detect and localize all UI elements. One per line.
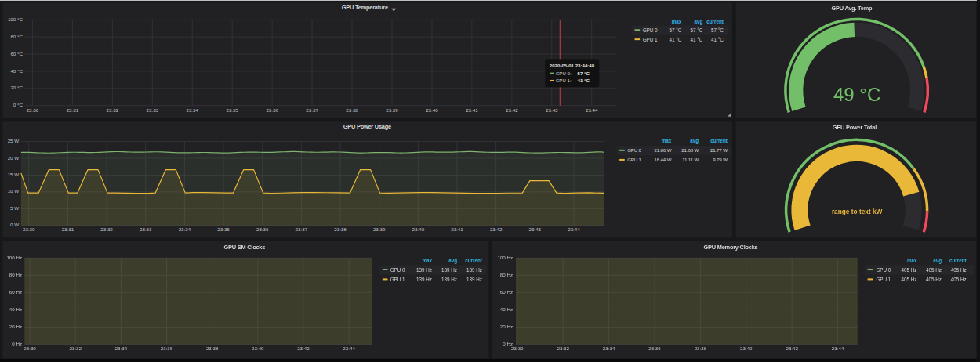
svg-text:GPU Memory Clocks: GPU Memory Clocks [704,244,758,251]
svg-text:10 W: 10 W [7,188,19,194]
svg-text:139 Hz: 139 Hz [441,277,457,282]
svg-text:49 °C: 49 °C [833,84,880,105]
svg-text:23:44: 23:44 [343,346,355,351]
svg-text:current: current [949,258,967,263]
svg-text:23:35: 23:35 [226,107,238,112]
svg-text:100 Hz: 100 Hz [6,255,22,260]
svg-text:23:43: 23:43 [528,226,541,232]
svg-text:avg: avg [694,19,702,25]
svg-text:25 W: 25 W [7,138,19,143]
svg-text:23:44: 23:44 [586,107,598,112]
svg-text:23:43: 23:43 [546,107,558,112]
svg-text:20 °C: 20 °C [10,85,23,90]
svg-text:23:30: 23:30 [23,226,35,232]
svg-text:60 Hz: 60 Hz [9,289,22,295]
svg-text:GPU 0: GPU 0 [876,267,891,273]
svg-text:GPU 1: GPU 1 [390,277,405,282]
svg-text:57 °C: 57 °C [577,71,590,76]
svg-text:40 Hz: 40 Hz [9,306,22,312]
svg-text:20 Hz: 20 Hz [9,324,22,329]
svg-text:100 °C: 100 °C [8,16,24,22]
svg-text:0 Hz: 0 Hz [12,341,22,346]
svg-text:23:34: 23:34 [178,226,191,232]
svg-text:23:38: 23:38 [334,226,347,232]
svg-text:range to text kW: range to text kW [832,208,883,215]
svg-text:23:42: 23:42 [490,226,503,232]
svg-text:23:30: 23:30 [26,107,38,112]
svg-text:20 W: 20 W [7,154,19,160]
svg-text:GPU 0: GPU 0 [627,147,641,153]
svg-text:139 Hz: 139 Hz [466,277,482,282]
svg-text:139 Hz: 139 Hz [441,267,457,273]
svg-text:23:44: 23:44 [832,346,844,351]
svg-text:40 Hz: 40 Hz [500,306,513,312]
svg-text:57 °C: 57 °C [711,27,724,32]
svg-text:23:40: 23:40 [426,107,438,112]
svg-text:23:35: 23:35 [217,226,230,232]
svg-text:5 W: 5 W [10,205,19,211]
svg-text:23:41: 23:41 [466,107,478,112]
svg-text:GPU Power Usage: GPU Power Usage [343,123,390,130]
svg-text:23:42: 23:42 [297,346,310,351]
svg-text:GPU Temperature: GPU Temperature [342,3,388,10]
svg-text:40 °C: 40 °C [10,67,23,73]
svg-text:23:32: 23:32 [69,346,82,351]
svg-text:11.11 W: 11.11 W [682,157,699,162]
svg-text:current: current [710,138,728,143]
svg-text:23:32: 23:32 [106,107,118,112]
svg-text:23:30: 23:30 [24,346,36,351]
svg-text:0 W: 0 W [10,222,19,227]
svg-text:20 Hz: 20 Hz [500,324,513,329]
svg-text:23:31: 23:31 [61,226,74,232]
svg-text:41 °C: 41 °C [690,36,702,42]
svg-text:23:34: 23:34 [114,346,127,351]
svg-text:23:38: 23:38 [695,346,707,351]
svg-text:15 W: 15 W [7,172,19,177]
svg-text:21.68 W: 21.68 W [681,147,699,153]
svg-text:139 Hz: 139 Hz [416,267,432,273]
svg-text:60 Hz: 60 Hz [500,289,513,295]
svg-text:23:42: 23:42 [506,107,518,112]
svg-text:16.44 W: 16.44 W [654,157,671,162]
svg-text:max: max [671,19,681,24]
svg-text:100 Hz: 100 Hz [497,255,513,260]
svg-text:139 Hz: 139 Hz [466,267,482,273]
svg-text:9.79 W: 9.79 W [713,157,728,162]
svg-text:23:34: 23:34 [603,346,615,351]
svg-text:405 Hz: 405 Hz [951,267,967,273]
svg-text:405 Hz: 405 Hz [951,277,967,282]
svg-text:23:42: 23:42 [786,346,798,351]
svg-text:23:31: 23:31 [66,107,78,112]
svg-text:GPU Power Total: GPU Power Total [833,123,877,130]
svg-text:23:36: 23:36 [648,346,661,351]
svg-text:GPU 1: GPU 1 [876,277,891,282]
svg-text:GPU 1:: GPU 1: [555,78,571,83]
svg-text:80 °C: 80 °C [10,33,23,38]
svg-text:21.86 W: 21.86 W [654,147,671,153]
svg-text:23:44: 23:44 [568,226,580,232]
svg-text:23:36: 23:36 [160,346,172,351]
svg-text:current: current [465,258,483,263]
svg-text:GPU 0:: GPU 0: [555,71,571,76]
svg-text:23:33: 23:33 [146,107,158,112]
svg-text:GPU Avg. Temp: GPU Avg. Temp [831,4,873,11]
svg-text:23:41: 23:41 [451,226,463,232]
svg-text:23:37: 23:37 [295,226,307,232]
svg-text:23:33: 23:33 [140,226,152,232]
svg-text:0 °C: 0 °C [13,102,23,107]
svg-text:GPU SM Clocks: GPU SM Clocks [223,244,265,251]
svg-text:80 Hz: 80 Hz [9,272,22,277]
svg-text:max: max [661,138,671,143]
svg-text:2020-05-01 23:44:48: 2020-05-01 23:44:48 [550,63,595,68]
svg-text:60 °C: 60 °C [10,50,23,56]
svg-text:21.77 W: 21.77 W [710,147,728,153]
svg-text:current: current [706,19,724,24]
svg-text:23:39: 23:39 [373,226,386,232]
svg-text:41 °C: 41 °C [711,36,724,42]
svg-text:avg: avg [933,258,942,264]
svg-text:23:40: 23:40 [412,226,424,232]
svg-text:max: max [907,258,917,263]
svg-text:23:39: 23:39 [386,107,398,112]
svg-text:405 Hz: 405 Hz [902,277,917,282]
svg-text:GPU 1: GPU 1 [627,157,641,162]
